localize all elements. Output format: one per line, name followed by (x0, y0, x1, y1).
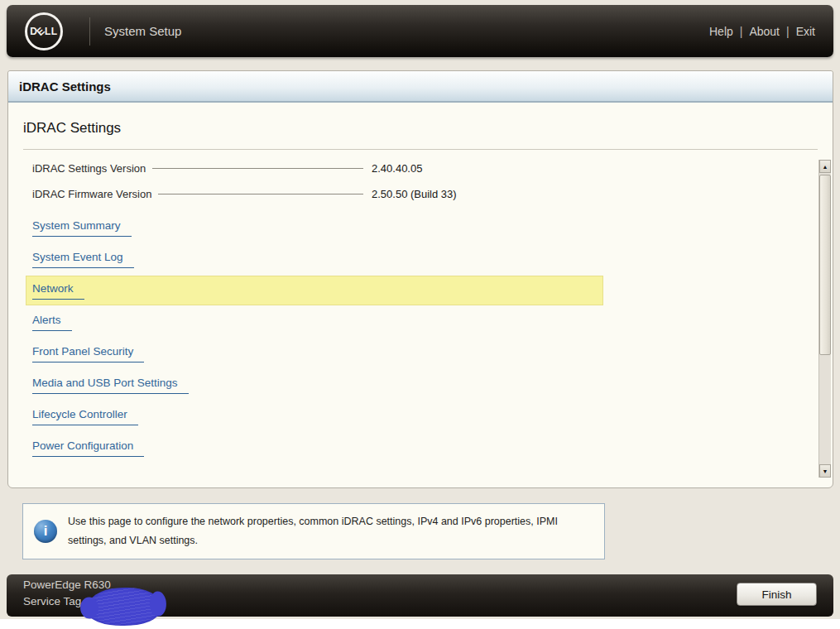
firmware-version-label: iDRAC Firmware Version (32, 188, 151, 200)
leader-line (152, 168, 363, 169)
service-tag-redaction-scribble (85, 586, 163, 627)
panel-header: iDRAC Settings (8, 71, 833, 103)
topbar-links: Help | About | Exit (709, 5, 815, 57)
top-title-bar: DELL System Setup Help | About | Exit (7, 5, 833, 57)
menu-row-front-panel-security: Front Panel Security (8, 338, 833, 369)
info-icon: i (34, 520, 57, 543)
logo-letter: L (51, 26, 58, 37)
version-rows: iDRAC Settings Version 2.40.40.05 iDRAC … (8, 156, 833, 207)
scrollbar-thumb[interactable] (819, 175, 831, 355)
footer-bar: PowerEdge R630 Service Tag Finish (7, 574, 833, 617)
leader-line (158, 194, 363, 194)
app-title: System Setup (104, 5, 181, 57)
exit-link[interactable]: Exit (796, 25, 815, 38)
dell-logo-icon: DELL (25, 12, 63, 50)
page-title: iDRAC Settings (23, 120, 833, 137)
menu-row-system-event-log: System Event Log (8, 243, 833, 275)
link-lifecycle-controller[interactable]: Lifecycle Controller (32, 408, 138, 425)
scroll-up-button[interactable]: ▲ (819, 160, 831, 173)
menu-row-lifecycle-controller: Lifecycle Controller (8, 401, 833, 432)
idrac-settings-panel: iDRAC Settings iDRAC Settings iDRAC Sett… (7, 70, 833, 488)
link-separator: | (740, 25, 743, 38)
menu-row-network: Network (8, 275, 833, 306)
scroll-down-button[interactable]: ▼ (819, 464, 831, 478)
settings-menu: System Summary System Event Log Network … (8, 212, 833, 463)
menu-row-media-usb-port-settings: Media and USB Port Settings (8, 369, 833, 401)
network-highlight-band (26, 276, 603, 305)
link-alerts[interactable]: Alerts (32, 314, 72, 331)
link-system-summary[interactable]: System Summary (32, 219, 132, 237)
link-separator: | (786, 25, 790, 38)
link-power-configuration[interactable]: Power Configuration (32, 439, 144, 457)
info-box: i Use this page to configure the network… (22, 503, 605, 559)
firmware-version-value: 2.50.50 (Build 33) (372, 188, 457, 200)
info-text: Use this page to configure the network p… (68, 512, 585, 550)
system-model: PowerEdge R630 (23, 579, 111, 591)
service-tag-label: Service Tag (23, 595, 81, 607)
menu-row-system-summary: System Summary (8, 212, 833, 243)
finish-button[interactable]: Finish (737, 583, 817, 606)
settings-version-row: iDRAC Settings Version 2.40.40.05 (32, 156, 363, 181)
about-link[interactable]: About (749, 25, 780, 38)
settings-version-label: iDRAC Settings Version (32, 162, 146, 175)
vertical-scrollbar[interactable]: ▲ ▼ (818, 160, 831, 478)
topbar-divider (89, 17, 90, 46)
link-media-usb-port-settings[interactable]: Media and USB Port Settings (32, 377, 189, 394)
menu-row-alerts: Alerts (8, 306, 833, 338)
firmware-version-row: iDRAC Firmware Version 2.50.50 (Build 33… (32, 181, 363, 207)
help-link[interactable]: Help (709, 25, 733, 38)
title-divider (23, 149, 818, 150)
page-background: DELL System Setup Help | About | Exit iD… (0, 0, 840, 619)
link-network[interactable]: Network (32, 282, 84, 300)
link-front-panel-security[interactable]: Front Panel Security (32, 345, 144, 363)
link-system-event-log[interactable]: System Event Log (32, 251, 134, 268)
settings-version-value: 2.40.40.05 (372, 162, 422, 175)
menu-row-power-configuration: Power Configuration (8, 432, 833, 463)
